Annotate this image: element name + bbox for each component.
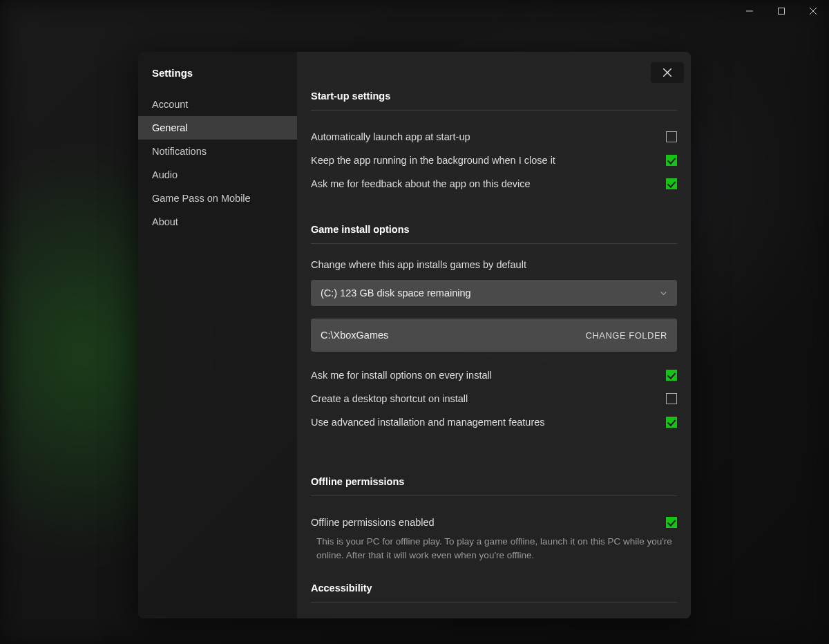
minimize-button[interactable]	[734, 0, 765, 22]
checkbox-feedback[interactable]	[666, 178, 677, 189]
setting-label: Ask me for feedback about the app on thi…	[311, 178, 531, 189]
sidebar-item-notifications[interactable]: Notifications	[138, 140, 297, 163]
setting-advanced-install[interactable]: Use advanced installation and management…	[311, 411, 677, 433]
section-title-install: Game install options	[311, 224, 677, 244]
install-folder-path: C:\XboxGames	[321, 330, 388, 341]
install-change-where-label: Change where this app installs games by …	[311, 259, 677, 270]
setting-auto-launch[interactable]: Automatically launch app at start-up	[311, 126, 677, 148]
setting-offline-enabled[interactable]: Offline permissions enabled	[311, 511, 677, 533]
install-folder-row: C:\XboxGames CHANGE FOLDER	[311, 319, 677, 352]
setting-label: Keep the app running in the background w…	[311, 155, 555, 166]
drive-select-dropdown[interactable]: (C:) 123 GB disk space remaining	[311, 280, 677, 306]
checkbox-ask-every-install[interactable]	[666, 370, 677, 381]
window-controls	[734, 0, 829, 22]
sidebar-item-account[interactable]: Account	[138, 93, 297, 116]
checkbox-desktop-shortcut[interactable]	[666, 393, 677, 404]
close-modal-button[interactable]	[651, 62, 684, 83]
setting-label: Automatically launch app at start-up	[311, 131, 470, 142]
checkbox-keep-running[interactable]	[666, 155, 677, 166]
close-window-button[interactable]	[797, 0, 829, 22]
drive-select-value: (C:) 123 GB disk space remaining	[321, 287, 471, 299]
setting-feedback[interactable]: Ask me for feedback about the app on thi…	[311, 173, 677, 195]
sidebar-title: Settings	[138, 67, 297, 93]
maximize-button[interactable]	[765, 0, 797, 22]
svg-rect-1	[779, 8, 785, 15]
setting-label: Create a desktop shortcut on install	[311, 393, 468, 404]
setting-label: Ask me for install options on every inst…	[311, 370, 492, 381]
setting-label: Use advanced installation and management…	[311, 417, 545, 428]
offline-description: This is your PC for offline play. To pla…	[311, 535, 677, 566]
setting-ask-every-install[interactable]: Ask me for install options on every inst…	[311, 364, 677, 386]
checkbox-advanced-install[interactable]	[666, 417, 677, 428]
sidebar-item-game-pass-mobile[interactable]: Game Pass on Mobile	[138, 187, 297, 210]
settings-sidebar: Settings Account General Notifications A…	[138, 52, 297, 618]
setting-desktop-shortcut[interactable]: Create a desktop shortcut on install	[311, 388, 677, 410]
setting-keep-running[interactable]: Keep the app running in the background w…	[311, 149, 677, 171]
sidebar-item-general[interactable]: General	[138, 116, 297, 140]
section-title-startup: Start-up settings	[311, 91, 677, 111]
setting-label: Offline permissions enabled	[311, 517, 435, 528]
change-folder-button[interactable]: CHANGE FOLDER	[586, 330, 667, 341]
sidebar-item-about[interactable]: About	[138, 210, 297, 234]
section-title-accessibility: Accessibility	[311, 583, 677, 603]
sidebar-item-audio[interactable]: Audio	[138, 163, 297, 187]
checkbox-auto-launch[interactable]	[666, 131, 677, 142]
settings-modal: Settings Account General Notifications A…	[138, 52, 691, 618]
chevron-down-icon	[660, 290, 667, 297]
settings-content: Start-up settings Automatically launch a…	[297, 52, 691, 618]
close-icon	[663, 68, 671, 77]
checkbox-offline-enabled[interactable]	[666, 517, 677, 528]
section-title-offline: Offline permissions	[311, 476, 677, 496]
